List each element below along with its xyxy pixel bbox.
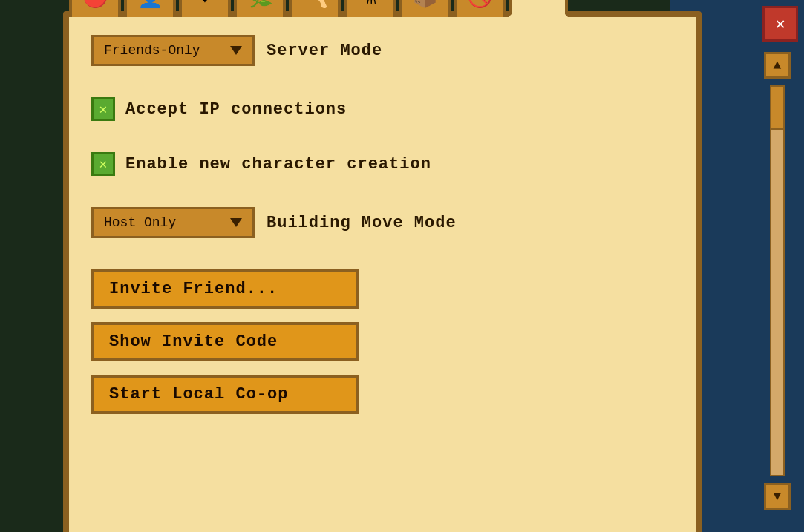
tab-potion[interactable]: ⚗️ (344, 0, 396, 17)
building-move-label: Building Move Mode (267, 214, 457, 232)
accept-ip-label: Accept IP connections (125, 100, 347, 119)
scroll-up-icon: ▲ (774, 58, 782, 73)
tab-character[interactable]: 🔴 (69, 0, 121, 17)
invite-friend-button[interactable]: Invite Friend... (91, 269, 359, 309)
scroll-thumb[interactable] (770, 85, 785, 130)
main-panel: 🔴 👤 ❤️ 🌿 🪓 ⚗️ 📦 🚫 Friends-Only Server Mo… (63, 11, 702, 532)
building-move-arrow-icon (230, 218, 242, 227)
game-container: ▲ ▼ 🔴 👤 ❤️ 🌿 🪓 ⚗️ 📦 🚫 Friends-Only (0, 0, 804, 532)
close-button[interactable] (762, 6, 798, 42)
building-move-dropdown[interactable]: Host Only (91, 207, 255, 238)
server-mode-value: Friends-Only (104, 43, 200, 58)
scroll-down-button[interactable]: ▼ (764, 483, 791, 510)
scroll-up-button[interactable]: ▲ (764, 52, 791, 79)
show-invite-code-button[interactable]: Show Invite Code (91, 322, 359, 361)
server-mode-label: Server Mode (267, 42, 382, 60)
scroll-down-icon: ▼ (774, 489, 782, 504)
tab-chest[interactable]: 📦 (399, 0, 451, 17)
tab-bar: 🔴 👤 ❤️ 🌿 🪓 ⚗️ 📦 🚫 (69, 0, 568, 17)
tab-active[interactable] (509, 0, 568, 17)
tab-no[interactable]: 🚫 (454, 0, 506, 17)
scroll-track (770, 85, 785, 476)
enable-character-row: Enable new character creation (91, 152, 673, 176)
dropdown-arrow-icon (230, 46, 242, 55)
settings-content: Friends-Only Server Mode Accept IP conne… (69, 17, 696, 432)
accept-ip-row: Accept IP connections (91, 97, 673, 121)
accept-ip-checkbox[interactable] (91, 97, 115, 121)
tab-plant[interactable]: 🌿 (234, 0, 286, 17)
enable-character-checkbox[interactable] (91, 152, 115, 176)
building-move-row: Host Only Building Move Mode (91, 207, 673, 238)
server-mode-row: Friends-Only Server Mode (91, 35, 673, 66)
building-move-value: Host Only (104, 215, 176, 230)
tab-portrait[interactable]: 👤 (124, 0, 176, 17)
server-mode-dropdown[interactable]: Friends-Only (91, 35, 255, 66)
tab-axe[interactable]: 🪓 (289, 0, 341, 17)
start-local-coop-button[interactable]: Start Local Co-op (91, 375, 359, 414)
tab-heart[interactable]: ❤️ (179, 0, 231, 17)
enable-character-label: Enable new character creation (125, 155, 431, 174)
